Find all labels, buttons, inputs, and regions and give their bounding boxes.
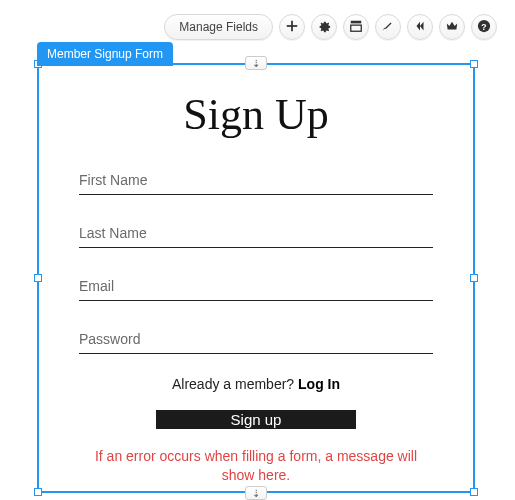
chevrons-left-icon <box>413 19 427 36</box>
svg-rect-3 <box>351 25 362 31</box>
stretch-handle-bottom[interactable]: ⇣ <box>245 486 267 500</box>
svg-rect-2 <box>351 20 362 23</box>
upgrade-button[interactable] <box>439 14 465 40</box>
stretch-handle-top[interactable]: ⇣ <box>245 56 267 70</box>
resize-handle-bl[interactable] <box>34 488 42 496</box>
svg-rect-1 <box>287 25 298 27</box>
svg-text:?: ? <box>481 21 486 31</box>
password-field[interactable]: Password <box>79 323 433 354</box>
resize-handle-br[interactable] <box>470 488 478 496</box>
login-prompt: Already a member? <box>172 376 298 392</box>
brush-icon <box>381 19 395 36</box>
plus-icon <box>285 19 299 36</box>
error-message: If an error occurs when filling a form, … <box>79 447 433 485</box>
last-name-field[interactable]: Last Name <box>79 217 433 248</box>
signup-form: Sign Up First Name Last Name Email Passw… <box>45 71 467 485</box>
layout-icon <box>349 19 363 36</box>
signup-button[interactable]: Sign up <box>156 410 356 429</box>
element-tag-label: Member Signup Form <box>47 47 163 61</box>
manage-fields-button[interactable]: Manage Fields <box>164 14 273 40</box>
design-button[interactable] <box>375 14 401 40</box>
settings-button[interactable] <box>311 14 337 40</box>
download-icon: ⇣ <box>252 58 260 69</box>
login-link[interactable]: Log In <box>298 376 340 392</box>
resize-handle-tr[interactable] <box>470 60 478 68</box>
animation-button[interactable] <box>407 14 433 40</box>
resize-handle-mr[interactable] <box>470 274 478 282</box>
layout-button[interactable] <box>343 14 369 40</box>
add-button[interactable] <box>279 14 305 40</box>
editor-toolbar: Manage Fields ? <box>164 14 497 40</box>
email-field[interactable]: Email <box>79 270 433 301</box>
login-row: Already a member? Log In <box>79 376 433 392</box>
help-button[interactable]: ? <box>471 14 497 40</box>
element-tag[interactable]: Member Signup Form <box>37 42 173 66</box>
gear-icon <box>317 19 331 36</box>
form-title: Sign Up <box>79 89 433 140</box>
selection-box: ⇣ ⇣ Sign Up First Name Last Name Email P… <box>37 63 475 493</box>
crown-icon <box>445 19 459 36</box>
manage-fields-label: Manage Fields <box>179 20 258 34</box>
resize-handle-ml[interactable] <box>34 274 42 282</box>
question-icon: ? <box>477 19 491 36</box>
download-icon: ⇣ <box>252 488 260 499</box>
first-name-field[interactable]: First Name <box>79 164 433 195</box>
